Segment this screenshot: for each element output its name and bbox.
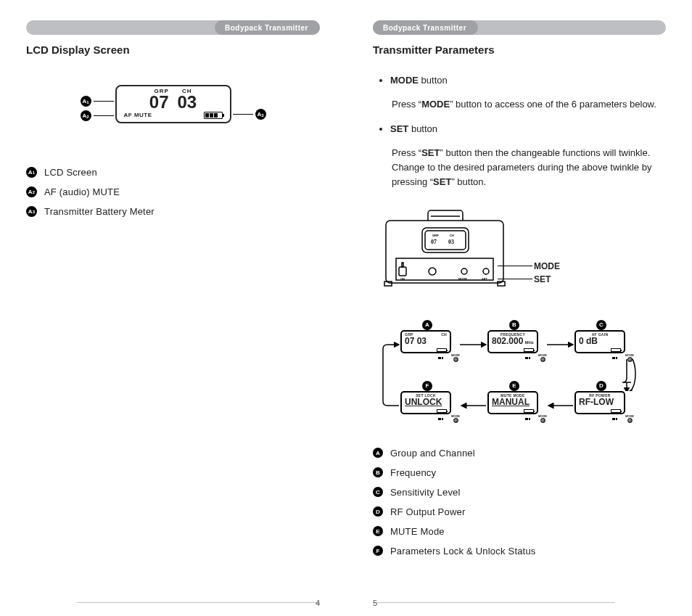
bullet-mode: MODE button	[390, 75, 666, 86]
page: Bodypack Transmitter LCD Display Screen …	[0, 0, 692, 616]
svg-point-4	[429, 268, 436, 275]
legend-badge-a: A	[373, 448, 383, 458]
legend-badge-c: C	[373, 487, 383, 497]
legend-badge-a2: A2	[26, 186, 37, 197]
flow-badge-d: D	[596, 381, 606, 391]
bullet-set: SET button	[390, 123, 666, 134]
legend-right: AGroup and Channel BFrequency CSensitivi…	[373, 448, 666, 557]
footer-rule-right	[373, 602, 615, 603]
mode-para-a: Press “	[392, 99, 421, 110]
flow-badge-f: F	[422, 381, 432, 391]
bullet-set-suffix: button	[408, 123, 437, 134]
legend-text-d: RF Output Power	[390, 506, 465, 517]
legend-badge-e: E	[373, 526, 383, 536]
set-para-e: ” button.	[451, 176, 486, 187]
flow-e-value: MANUAL	[492, 398, 530, 406]
header-pill-right: Bodypack Transmitter	[373, 20, 478, 35]
legend-item-c: CSensitivity Level	[373, 487, 666, 498]
legend-item-a2: A2 AF (audio) MUTE	[26, 186, 320, 197]
leader-a1	[94, 101, 114, 102]
battery-icon	[437, 409, 447, 413]
legend-text-c: Sensitivity Level	[390, 487, 461, 498]
header-bar-left: Bodypack Transmitter	[26, 20, 320, 35]
flow-node-e: E MUTE MODE MANUAL MODE	[487, 391, 545, 420]
header-text-right: Bodypack Transmitter	[383, 24, 466, 32]
flow-node-a: A GRP CH 07 03 MODE	[400, 330, 458, 359]
svg-point-6	[483, 268, 489, 274]
tx-mini-on: ON	[400, 277, 405, 281]
legend-text-a: Group and Channel	[390, 448, 475, 459]
label-set: SET	[534, 273, 560, 286]
lcd-af-mute: AF MUTE	[124, 112, 152, 118]
footer-rule-left	[77, 602, 320, 603]
tx-mini-ch: CH	[450, 234, 454, 237]
legend-item-f: FParameters Lock & Unlock Status	[373, 546, 666, 557]
page-4: Bodypack Transmitter LCD Display Screen …	[0, 0, 346, 616]
leader-mode	[498, 266, 532, 266]
battery-icon	[437, 348, 447, 352]
parameter-flow: A GRP CH 07 03 MODE B FREQUENCY	[377, 320, 653, 436]
mode-knob-icon: MODE	[625, 414, 634, 423]
legend-badge-a1: A1	[26, 167, 37, 178]
svg-rect-2	[399, 267, 406, 276]
flow-node-c: C AF GAIN 0 dB MODE	[574, 330, 633, 359]
parameter-bullets: MODE button	[373, 75, 666, 86]
lcd-illustration: A1 A2 A3 GRP CH 07 03 AF MUTE	[94, 85, 253, 123]
badge-a3: A3	[255, 109, 266, 120]
leader-a3	[233, 114, 253, 115]
section-title-lcd: LCD Display Screen	[26, 44, 320, 56]
page-number-5: 5	[373, 599, 377, 607]
transmitter-drawing: GRP CH 07 03 ON MODE SET MODE SET	[377, 200, 566, 298]
mode-knob-icon: MODE	[538, 414, 547, 423]
tx-mini-mode: MODE	[458, 277, 467, 281]
legend-left: A1 LCD Screen A2 AF (audio) MUTE A3 Tran…	[26, 167, 320, 217]
flow-node-f: F SET LOCK UNLOCK MODE	[400, 391, 458, 420]
flow-f-value: UNLOCK	[405, 398, 442, 406]
svg-rect-3	[402, 263, 403, 267]
svg-rect-1	[422, 228, 469, 252]
parameter-bullets-2: SET button	[373, 123, 666, 134]
leader-a2	[94, 115, 114, 116]
set-para-a: Press “	[392, 147, 421, 158]
battery-icon	[524, 348, 534, 352]
battery-icon	[611, 348, 621, 352]
tx-mini-chv: 03	[448, 239, 454, 245]
set-para-b: SET	[421, 147, 440, 158]
legend-text-b: Frequency	[390, 467, 436, 478]
flow-node-b: B FREQUENCY 802.000MHz MODE	[487, 330, 545, 359]
lcd-ch-value: 03	[178, 94, 197, 110]
battery-icon	[524, 409, 534, 413]
tx-mini-set: SET	[482, 277, 487, 281]
badge-a2: A2	[81, 110, 91, 121]
legend-item-e: EMUTE Mode	[373, 526, 666, 537]
set-para-d: SET	[433, 176, 451, 187]
header-text-left: Bodypack Transmitter	[225, 24, 308, 32]
flow-b-unit: MHz	[524, 340, 533, 345]
flow-c-value: 0 dB	[579, 337, 598, 345]
lcd-grp-value: 07	[149, 94, 169, 110]
bullet-mode-label: MODE	[390, 75, 419, 86]
flow-d-value: RF-LOW	[579, 398, 614, 406]
page-number-4: 4	[316, 599, 320, 607]
legend-text-a3: Transmitter Battery Meter	[44, 206, 155, 217]
battery-icon	[204, 112, 223, 119]
page-5: Bodypack Transmitter Transmitter Paramet…	[346, 0, 692, 616]
flow-b-value: 802.000	[492, 337, 523, 345]
legend-item-a3: A3 Transmitter Battery Meter	[26, 206, 320, 217]
legend-item-a: AGroup and Channel	[373, 448, 666, 459]
battery-icon	[611, 409, 621, 413]
flow-a-value: 07 03	[405, 337, 427, 345]
mode-paragraph: Press “MODE” button to access one of the…	[392, 97, 666, 112]
legend-item-a1: A1 LCD Screen	[26, 167, 320, 178]
header-pill-left: Bodypack Transmitter	[215, 20, 320, 35]
legend-text-f: Parameters Lock & Unlock Status	[390, 546, 536, 557]
transmitter-side-labels: MODE SET	[534, 260, 560, 286]
mode-knob-icon: MODE	[538, 353, 547, 362]
svg-point-5	[461, 268, 467, 274]
flow-badge-e: E	[509, 381, 519, 391]
tx-mini-grp: GRP	[432, 234, 439, 237]
legend-badge-b: B	[373, 467, 383, 477]
bullet-set-label: SET	[390, 123, 408, 134]
mode-knob-icon: MODE	[451, 414, 460, 423]
flow-badge-b: B	[509, 320, 519, 330]
